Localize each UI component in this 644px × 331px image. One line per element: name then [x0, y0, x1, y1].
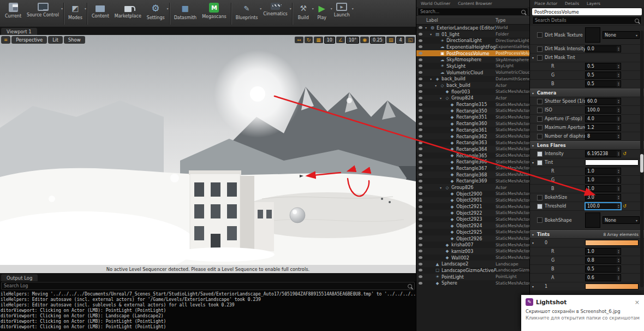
color-swatch[interactable]: [585, 240, 639, 246]
outliner-row-wall002[interactable]: ◆Wall002StaticMeshActor: [416, 255, 529, 261]
viewport-control-icon-10[interactable]: ◱: [406, 37, 415, 43]
maximum-aperture-value-field[interactable]: 1.2: [585, 124, 621, 131]
spinner[interactable]: [617, 194, 621, 200]
g-value-field[interactable]: 0.5: [585, 72, 621, 79]
eye-icon[interactable]: [416, 141, 424, 144]
outliner-row-rectangle366[interactable]: ◆Rectangle366StaticMeshActor: [416, 158, 529, 165]
eye-icon[interactable]: [416, 263, 424, 265]
property-checkbox[interactable]: [537, 125, 542, 131]
outliner-row-rectangle363[interactable]: ◆Rectangle363StaticMeshActor: [416, 139, 529, 146]
toolbar-datasmith-button[interactable]: ▦Datasmith: [171, 2, 200, 21]
eye-icon[interactable]: [416, 78, 424, 80]
outliner-row-skylight[interactable]: ☀SkyLightSkyLight: [416, 63, 529, 69]
outliner-row-rectangle351[interactable]: ◆Rectangle351StaticMeshActor: [416, 114, 529, 121]
outliner-row-object2900[interactable]: ◆Object2900StaticMeshActor: [416, 191, 529, 197]
eye-icon[interactable]: [416, 58, 424, 61]
eye-icon[interactable]: [416, 192, 424, 195]
shutter-speed-1-s-value-field[interactable]: 60.0: [585, 98, 621, 105]
spinner[interactable]: [617, 275, 621, 281]
toolbar-launch-button[interactable]: ▶▾Launch: [331, 2, 353, 18]
outliner-row-rectangle362[interactable]: ◆Rectangle362StaticMeshActor: [416, 133, 529, 140]
eye-icon[interactable]: [416, 116, 424, 119]
toolbar-cinematics-button[interactable]: ▾Cinematics: [260, 2, 290, 17]
spinner[interactable]: [617, 266, 621, 272]
column-type[interactable]: Type: [496, 18, 529, 23]
details-scrollbar[interactable]: [640, 31, 643, 287]
eye-icon[interactable]: [416, 103, 424, 106]
property-checkbox[interactable]: [537, 55, 542, 61]
viewport-control-icon-0[interactable]: ↔: [295, 37, 303, 43]
outliner-row-back-build[interactable]: ▾◇back_buildActor: [416, 82, 529, 88]
property-checkbox[interactable]: [537, 204, 542, 209]
eye-icon[interactable]: [416, 199, 424, 202]
eye-icon[interactable]: [416, 52, 424, 55]
property-checkbox[interactable]: [537, 134, 542, 139]
outliner-row-volumetriccloud[interactable]: ☁VolumetricCloudVolumetricCloud: [416, 69, 529, 76]
outliner-row-object2921[interactable]: ◆Object2921StaticMeshActor: [416, 203, 529, 210]
eye-icon[interactable]: [416, 135, 424, 138]
threshold-value-field[interactable]: 100.0: [585, 203, 621, 210]
tab-layers[interactable]: Layers: [587, 1, 600, 6]
spinner[interactable]: [617, 125, 621, 131]
spinner[interactable]: [617, 151, 621, 157]
eye-icon[interactable]: [416, 26, 424, 29]
viewport-value-3[interactable]: 10: [324, 37, 335, 44]
outliner-row-landscape2[interactable]: ▲Landscape2Landscape: [416, 261, 529, 267]
r-value-field[interactable]: 0.5: [585, 63, 621, 70]
viewport-tab[interactable]: Viewport 1: [1, 28, 37, 35]
eye-icon[interactable]: [416, 45, 424, 48]
eye-icon[interactable]: [416, 147, 424, 150]
spinner[interactable]: [617, 116, 621, 122]
tab-world-outliner[interactable]: World Outliner: [421, 1, 450, 6]
spinner[interactable]: [617, 81, 621, 87]
b-value-field[interactable]: 1.0: [585, 185, 621, 192]
outliner-row-object2925[interactable]: ◆Object2925StaticMeshActor: [416, 229, 529, 235]
eye-icon[interactable]: [416, 39, 424, 42]
eye-icon[interactable]: [416, 205, 424, 208]
toolbar-play-button[interactable]: ▶▾Play: [313, 2, 331, 21]
chevron-down-icon[interactable]: ▾: [430, 32, 434, 36]
outliner-row-rectangle350[interactable]: ◆Rectangle350StaticMeshActor: [416, 108, 529, 114]
outliner-row-rectangle369[interactable]: ◆Rectangle369StaticMeshActor: [416, 178, 529, 185]
viewport-control-icon-6[interactable]: ◉: [360, 37, 369, 43]
lightshot-open-folder-link[interactable]: Кликните для открытия папки со скриншота…: [526, 315, 640, 321]
log-lines[interactable]: ileHelpers: Moving '../../../../Document…: [0, 291, 416, 331]
outliner-row-rectangle364[interactable]: ◆Rectangle364StaticMeshActor: [416, 146, 529, 152]
outliner-row-karniz003[interactable]: ◆karniz003StaticMeshActor: [416, 248, 529, 255]
r-value-field[interactable]: 1.0: [585, 248, 621, 255]
outliner-row-sphere[interactable]: ◆SphereStaticMeshActor: [416, 280, 529, 287]
viewport-value-7[interactable]: 0.25: [370, 37, 385, 44]
color-swatch[interactable]: [585, 283, 639, 289]
toolbar-modes-button[interactable]: ◩▾Modes: [65, 2, 85, 21]
property-checkbox[interactable]: [537, 108, 542, 113]
eye-icon[interactable]: [416, 275, 424, 278]
details-section-lens-flares[interactable]: ▾Lens Flares: [530, 141, 644, 150]
eye-icon[interactable]: [416, 71, 424, 74]
viewport-lit-button[interactable]: Lit: [48, 36, 62, 44]
outliner-row-object2926[interactable]: ◆Object2926StaticMeshActor: [416, 235, 529, 242]
output-log-tab[interactable]: Output Log: [1, 274, 38, 281]
none-dropdown[interactable]: None: [603, 31, 640, 39]
spinner[interactable]: [617, 186, 621, 192]
outliner-row-rectangle361[interactable]: ◆Rectangle361StaticMeshActor: [416, 127, 529, 133]
outliner-row-rectangle315[interactable]: ◆Rectangle315StaticMeshActor: [416, 101, 529, 108]
outliner-row-object2901[interactable]: ◆Object2901StaticMeshActor: [416, 197, 529, 204]
number-of-diaphrag-value-field[interactable]: 8: [585, 133, 621, 140]
toolbar-build-button[interactable]: ⚒▾Build: [294, 2, 313, 21]
eye-icon[interactable]: [416, 218, 424, 221]
eye-icon[interactable]: [416, 186, 424, 189]
eye-icon[interactable]: [416, 33, 424, 36]
viewport-control-icon-2[interactable]: ▦: [314, 37, 323, 43]
toolbar-content-button[interactable]: Content: [89, 2, 112, 19]
eye-icon[interactable]: [416, 282, 424, 285]
chevron-down-icon[interactable]: ▾: [532, 161, 537, 164]
outliner-row-object2924[interactable]: ◆Object2924StaticMeshActor: [416, 222, 529, 229]
aperture-f-stop-value-field[interactable]: 4.0: [585, 115, 621, 122]
asset-thumbnail[interactable]: [585, 27, 600, 43]
outliner-row-pointlight[interactable]: ☀PointLightPointLight: [416, 274, 529, 280]
property-checkbox[interactable]: [537, 99, 542, 104]
property-checkbox[interactable]: [537, 32, 542, 38]
outliner-row-directionallight[interactable]: ☀DirectionalLightDirectionalLight: [416, 37, 529, 44]
spinner[interactable]: [617, 133, 621, 139]
outliner-row-rectangle365[interactable]: ◆Rectangle365StaticMeshActor: [416, 152, 529, 159]
